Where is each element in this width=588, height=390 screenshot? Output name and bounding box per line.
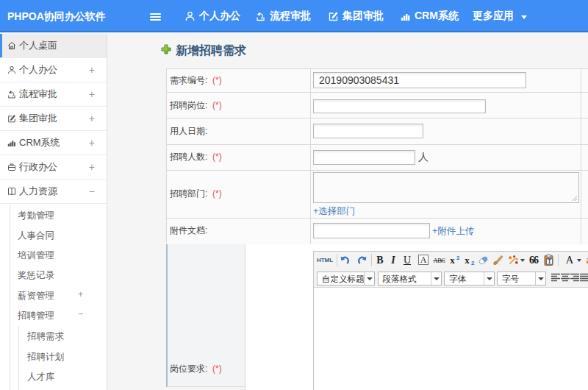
svg-text:T: T [548, 258, 551, 265]
